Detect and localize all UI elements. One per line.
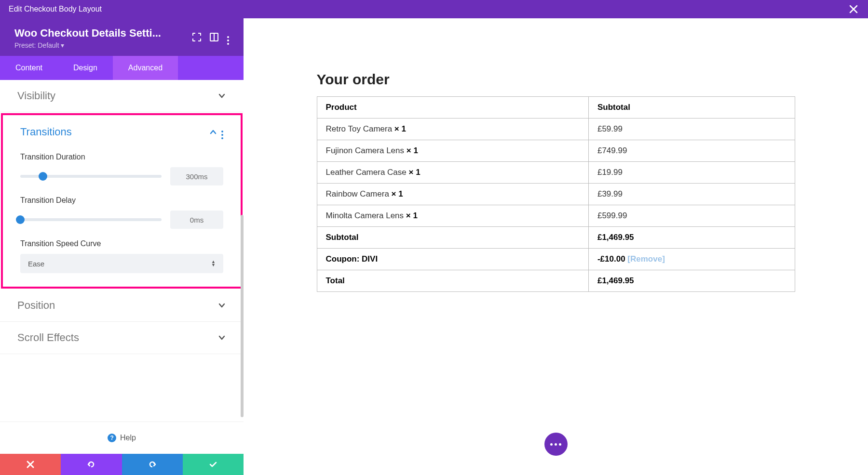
accordion-transitions: Transitions Transition Duration: [3, 115, 241, 287]
product-qty: × 1: [394, 124, 406, 133]
order-widget: Your order Product Subtotal Retro Toy Ca…: [317, 71, 795, 292]
accordion-header-position[interactable]: Position: [0, 290, 244, 321]
total-label: Total: [317, 270, 588, 292]
product-qty: × 1: [408, 168, 420, 177]
product-qty: × 1: [392, 189, 403, 198]
topbar: Edit Checkout Body Layout: [0, 0, 868, 18]
columns-icon[interactable]: [210, 33, 218, 43]
table-row: Rainbow Camera × 1£39.99: [317, 184, 795, 205]
accordion-position: Position: [0, 290, 244, 322]
column-header-product: Product: [317, 97, 588, 119]
subtotal-value: £1,469.95: [588, 227, 795, 249]
accordion-header-scroll-effects[interactable]: Scroll Effects: [0, 322, 244, 354]
product-name: Fujinon Camera Lens: [326, 146, 407, 155]
help-row[interactable]: ? Help: [0, 422, 244, 454]
cancel-button[interactable]: [0, 454, 61, 475]
chevron-up-icon: [209, 128, 217, 136]
main-wrapper: Woo Checkout Details Setti... Preset: De…: [0, 18, 868, 475]
curve-label: Transition Speed Curve: [20, 239, 223, 248]
product-name: Rainbow Camera: [326, 189, 392, 198]
save-button[interactable]: [183, 454, 244, 475]
product-qty: × 1: [407, 146, 418, 155]
settings-tabs: Content Design Advanced: [0, 56, 244, 80]
accordion-visibility: Visibility: [0, 80, 244, 112]
delay-input[interactable]: [170, 211, 223, 229]
undo-button[interactable]: [61, 454, 122, 475]
coupon-label: Coupon: DIVI: [317, 249, 588, 270]
price-cell: £599.99: [588, 205, 795, 227]
slider-thumb[interactable]: [39, 172, 47, 181]
help-icon: ?: [108, 434, 116, 442]
slider-thumb[interactable]: [16, 215, 25, 224]
ellipsis-icon: [550, 443, 561, 446]
order-title: Your order: [317, 71, 795, 88]
help-label: Help: [120, 434, 136, 442]
product-name: Leather Camera Case: [326, 168, 409, 177]
product-cell: Retro Toy Camera × 1: [317, 119, 588, 140]
chevron-down-icon: [217, 333, 226, 342]
section-options-icon[interactable]: [221, 125, 223, 139]
select-arrows-icon: ▲▼: [211, 260, 216, 267]
product-name: Retro Toy Camera: [326, 124, 394, 133]
sidebar-body: Visibility Transitions: [0, 80, 244, 422]
expand-icon[interactable]: [192, 33, 201, 43]
duration-input[interactable]: [170, 167, 223, 185]
section-title: Visibility: [17, 90, 55, 102]
redo-button[interactable]: [122, 454, 183, 475]
preview-area: Your order Product Subtotal Retro Toy Ca…: [244, 18, 868, 475]
more-options-icon[interactable]: [227, 31, 229, 45]
transitions-content: Transition Duration Transition Delay: [3, 153, 241, 287]
preset-indicator[interactable]: Preset: Default ▾: [14, 41, 192, 49]
close-icon[interactable]: [848, 3, 859, 15]
price-cell: £59.99: [588, 119, 795, 140]
highlighted-section: Transitions Transition Duration: [1, 113, 243, 289]
module-title: Woo Checkout Details Setti...: [14, 27, 192, 40]
order-table: Product Subtotal Retro Toy Camera × 1£59…: [317, 96, 795, 292]
price-cell: £749.99: [588, 140, 795, 162]
product-cell: Minolta Camera Lens × 1: [317, 205, 588, 227]
duration-label: Transition Duration: [20, 153, 223, 161]
duration-slider[interactable]: [20, 175, 162, 178]
product-cell: Fujinon Camera Lens × 1: [317, 140, 588, 162]
chevron-down-icon: [217, 92, 226, 100]
curve-select[interactable]: Ease ▲▼: [20, 254, 223, 273]
column-header-subtotal: Subtotal: [588, 97, 795, 119]
section-title: Transitions: [20, 126, 72, 138]
table-row: Minolta Camera Lens × 1£599.99: [317, 205, 795, 227]
accordion-header-visibility[interactable]: Visibility: [0, 80, 244, 112]
subtotal-label: Subtotal: [317, 227, 588, 249]
price-cell: £19.99: [588, 162, 795, 184]
section-title: Scroll Effects: [17, 331, 79, 344]
product-qty: × 1: [406, 211, 418, 220]
tab-design[interactable]: Design: [58, 56, 113, 80]
accordion-scroll-effects: Scroll Effects: [0, 322, 244, 354]
coupon-cell: -£10.00 [Remove]: [588, 249, 795, 270]
table-row: Fujinon Camera Lens × 1£749.99: [317, 140, 795, 162]
delay-slider[interactable]: [20, 218, 162, 221]
product-cell: Rainbow Camera × 1: [317, 184, 588, 205]
page-settings-fab[interactable]: [544, 433, 568, 456]
product-name: Minolta Camera Lens: [326, 211, 406, 220]
table-row: Leather Camera Case × 1£19.99: [317, 162, 795, 184]
section-title: Position: [17, 299, 55, 312]
total-value: £1,469.95: [588, 270, 795, 292]
tab-content[interactable]: Content: [0, 56, 58, 80]
table-row: Retro Toy Camera × 1£59.99: [317, 119, 795, 140]
delay-label: Transition Delay: [20, 196, 223, 205]
chevron-down-icon: [217, 301, 226, 310]
product-cell: Leather Camera Case × 1: [317, 162, 588, 184]
tab-advanced[interactable]: Advanced: [113, 56, 178, 80]
remove-coupon-link[interactable]: [Remove]: [627, 254, 665, 264]
sidebar-header: Woo Checkout Details Setti... Preset: De…: [0, 18, 244, 56]
topbar-title: Edit Checkout Body Layout: [9, 5, 102, 13]
accordion-header-transitions[interactable]: Transitions: [3, 115, 241, 149]
coupon-value: -£10.00: [597, 254, 625, 264]
price-cell: £39.99: [588, 184, 795, 205]
sidebar-footer: [0, 454, 244, 475]
settings-sidebar: Woo Checkout Details Setti... Preset: De…: [0, 18, 244, 475]
curve-value: Ease: [28, 260, 44, 268]
